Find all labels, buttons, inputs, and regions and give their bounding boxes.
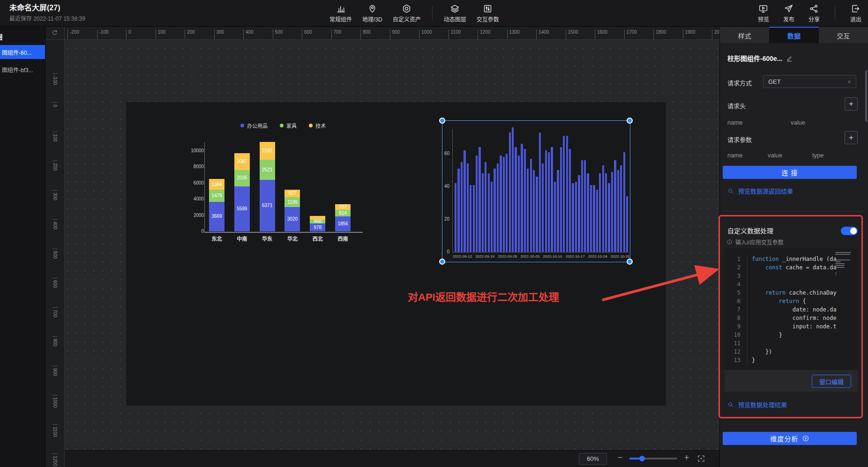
v-ruler-tick: 400 xyxy=(52,219,58,230)
h-ruler-tick: -100 xyxy=(97,30,109,39)
layers-sidebar: 层 图组件-60...图组件-bf3... xyxy=(0,26,45,467)
h-ruler-tick: 1200 xyxy=(478,30,490,39)
minimap-line xyxy=(835,263,845,264)
selection-handle[interactable] xyxy=(439,118,445,124)
v-ruler-tick: 900 xyxy=(52,366,58,376)
code-line: 11 xyxy=(725,339,858,348)
panel-divider xyxy=(723,211,865,211)
h-ruler-tick: 900 xyxy=(390,30,400,39)
code-editor-footer: 窗口编辑 xyxy=(725,370,858,392)
config-panel: 样式 数据 交互 柱形图组件-600e... 请求方式 GET ∨ 请求头 + … xyxy=(719,26,868,467)
page-title: 未命名大屏(27) xyxy=(9,4,85,12)
layer-item[interactable]: 图组件-bf3... xyxy=(0,64,45,75)
info-icon xyxy=(726,239,733,245)
v-ruler-tick: 0 xyxy=(52,102,58,107)
code-minimap xyxy=(835,252,853,275)
minimap-line xyxy=(835,254,850,255)
custom-processing-toggle[interactable] xyxy=(841,227,858,235)
refresh-icon xyxy=(51,30,58,37)
add-request-header-button[interactable]: + xyxy=(845,97,858,111)
tab-style[interactable]: 样式 xyxy=(720,26,769,43)
h-ruler-tick: 1900 xyxy=(683,30,696,39)
action-preview[interactable]: 预览 xyxy=(758,4,769,23)
header-col-name: name xyxy=(727,119,743,126)
geo-icon xyxy=(367,4,377,14)
zoom-in-button[interactable]: + xyxy=(682,452,691,463)
action-exit[interactable]: 退出 xyxy=(850,4,861,23)
preview-datasource-link[interactable]: 预览数据源返回结果 xyxy=(727,186,793,195)
h-ruler-tick: 1800 xyxy=(653,30,666,39)
code-line: 7 date: node.da xyxy=(725,305,858,314)
minimap-line xyxy=(835,265,845,266)
minimap-line xyxy=(835,252,851,253)
selection-handle[interactable] xyxy=(627,259,633,265)
ruler-reset-button[interactable] xyxy=(45,26,65,40)
selection-handle[interactable] xyxy=(627,118,633,124)
fit-to-screen-button[interactable] xyxy=(695,452,708,465)
tab-data[interactable]: 数据 xyxy=(769,26,818,43)
minimap-line xyxy=(835,269,836,270)
h-ruler-tick: 600 xyxy=(302,30,312,39)
preview-icon xyxy=(758,4,768,14)
h-ruler-tick: 1100 xyxy=(449,30,461,39)
add-request-param-button[interactable]: + xyxy=(845,131,858,144)
edit-pencil-icon[interactable] xyxy=(786,55,793,62)
zoom-level-input[interactable]: 60% xyxy=(579,453,607,465)
minimap-line xyxy=(835,274,836,275)
title-block: 未命名大屏(27) 最近保存 2022-11-07 15:38:39 xyxy=(9,4,85,22)
code-line: 8 confirm: node xyxy=(725,314,858,322)
layer-item[interactable]: 图组件-60... xyxy=(0,45,45,59)
v-ruler-tick: 1000 xyxy=(52,395,58,408)
window-edit-button[interactable]: 窗口编辑 xyxy=(812,375,851,388)
tool-layers[interactable]: 动态图层 xyxy=(444,4,466,23)
v-ruler-tick: 1200 xyxy=(52,453,58,466)
param-col-name: name xyxy=(727,152,743,159)
preview-result-link[interactable]: 预览数据处理结果 xyxy=(727,400,787,409)
vertical-ruler: -100010020030040050060070080090010001100… xyxy=(45,39,65,467)
panel-scrollbar-thumb[interactable] xyxy=(865,70,867,122)
tool-asset[interactable]: 自定义资产 xyxy=(393,4,421,23)
code-editor[interactable]: 1function _innerHandle (da2 const cache … xyxy=(725,248,858,370)
h-ruler-tick: 1000 xyxy=(419,30,432,39)
header-col-value: value xyxy=(791,119,805,126)
connect-button[interactable]: 连 接 xyxy=(723,166,857,179)
red-annotation-text: 对API返回数据进行二次加工处理 xyxy=(408,289,559,304)
tool-params[interactable]: 交互参数 xyxy=(477,4,499,23)
dimension-analysis-button[interactable]: 维度分析 xyxy=(723,432,857,445)
v-ruler-tick: -100 xyxy=(52,73,58,85)
action-share[interactable]: 分享 xyxy=(808,4,820,23)
code-line: 4 xyxy=(725,280,858,289)
app-root: 未命名大屏(27) 最近保存 2022-11-07 15:38:39 常规组件地… xyxy=(0,0,868,467)
v-ruler-tick: 800 xyxy=(52,336,58,347)
v-ruler-tick: 300 xyxy=(52,190,58,200)
tab-interaction[interactable]: 交互 xyxy=(819,26,868,43)
h-ruler-tick: 1500 xyxy=(566,30,578,39)
date-bar-chart-selected[interactable]: 02040602022-09-122022-09-192022-09-26202… xyxy=(126,102,666,406)
h-ruler-tick: 300 xyxy=(214,30,224,39)
toolbar-components: 常规组件地理/3D自定义资产动态图层交互参数 xyxy=(329,0,499,26)
param-col-type: type xyxy=(812,152,824,159)
code-line: 5 return cache.chinaDay xyxy=(725,289,858,297)
panel-tabs: 样式 数据 交互 xyxy=(720,26,868,43)
canvas-area[interactable]: -200-10001002003004005006007008009001000… xyxy=(45,26,720,467)
share-icon xyxy=(809,4,819,14)
selection-rectangle xyxy=(442,120,630,262)
chevron-down-icon: ∨ xyxy=(847,79,851,85)
h-ruler-tick: 500 xyxy=(273,30,283,39)
tool-geo[interactable]: 地理/3D xyxy=(362,4,382,23)
request-method-select[interactable]: GET ∨ xyxy=(763,75,856,88)
h-ruler-tick: 1600 xyxy=(595,30,607,39)
code-line: 10 } xyxy=(725,331,858,339)
request-header-label: 请求头 xyxy=(727,101,746,110)
tool-chart[interactable]: 常规组件 xyxy=(329,4,352,23)
code-line: 9 input: node.t xyxy=(725,322,858,331)
zoom-out-button[interactable]: − xyxy=(616,452,624,463)
zoom-slider[interactable] xyxy=(629,458,677,460)
zoom-slider-thumb[interactable] xyxy=(639,456,645,461)
action-publish[interactable]: 发布 xyxy=(783,4,794,23)
toolbar-divider xyxy=(835,6,835,20)
selection-handle[interactable] xyxy=(439,259,445,265)
code-line: 6 return { xyxy=(725,297,858,305)
artboard[interactable]: 办公用品家具技术02000400060008000100003669147913… xyxy=(126,102,666,406)
component-name: 柱形图组件-600e... xyxy=(727,53,793,63)
